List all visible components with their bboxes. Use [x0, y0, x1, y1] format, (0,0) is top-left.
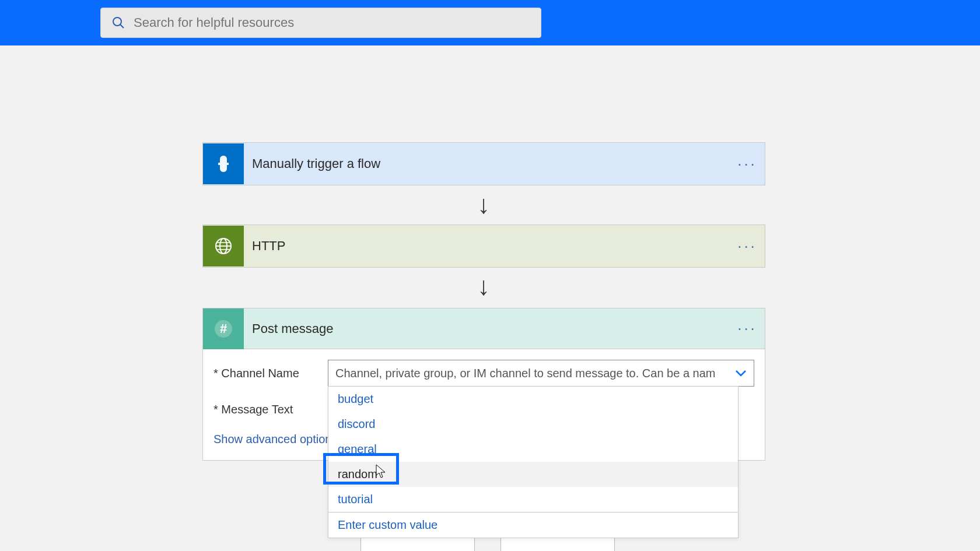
top-bar — [0, 0, 980, 45]
channel-select-placeholder: Channel, private group, or IM channel to… — [335, 367, 735, 380]
dropdown-custom-value[interactable]: Enter custom value — [328, 512, 738, 538]
http-card[interactable]: HTTP ··· — [202, 224, 765, 268]
arrow-icon: ↓ — [477, 272, 490, 301]
post-menu-icon[interactable]: ··· — [730, 320, 765, 338]
http-menu-icon[interactable]: ··· — [730, 237, 765, 255]
http-title: HTTP — [252, 238, 730, 254]
post-message-card: # Post message ··· * Channel Name Channe… — [202, 308, 765, 461]
svg-line-1 — [120, 24, 124, 28]
trigger-icon — [203, 143, 244, 184]
dropdown-option-budget[interactable]: budget — [328, 387, 738, 412]
search-box[interactable] — [100, 8, 541, 38]
post-title: Post message — [252, 321, 730, 336]
channel-dropdown: budget discord general random tutorial E… — [328, 386, 738, 538]
channel-name-row: * Channel Name Channel, private group, o… — [214, 360, 754, 387]
dropdown-option-general[interactable]: general — [328, 437, 738, 462]
post-body: * Channel Name Channel, private group, o… — [203, 349, 765, 460]
channel-name-label: * Channel Name — [214, 367, 328, 380]
dropdown-option-random[interactable]: random — [328, 462, 738, 487]
message-text-label: * Message Text — [214, 403, 328, 416]
svg-point-0 — [113, 17, 121, 26]
globe-icon — [203, 226, 244, 266]
dropdown-option-tutorial[interactable]: tutorial — [328, 487, 738, 512]
channel-name-select[interactable]: Channel, private group, or IM channel to… — [328, 360, 754, 387]
post-header[interactable]: # Post message ··· — [203, 308, 765, 349]
hash-icon: # — [203, 308, 244, 349]
trigger-menu-icon[interactable]: ··· — [730, 155, 765, 173]
chevron-down-icon — [735, 366, 747, 381]
search-icon — [111, 16, 125, 30]
cursor-icon — [374, 464, 387, 480]
arrow-icon: ↓ — [477, 190, 490, 219]
search-input[interactable] — [134, 15, 530, 30]
trigger-title: Manually trigger a flow — [252, 156, 730, 171]
svg-text:#: # — [220, 321, 227, 336]
trigger-card[interactable]: Manually trigger a flow ··· — [202, 142, 765, 185]
dropdown-option-discord[interactable]: discord — [328, 412, 738, 437]
